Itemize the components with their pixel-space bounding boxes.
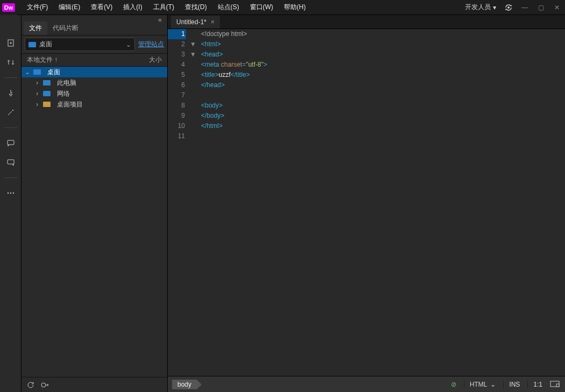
menu-item[interactable]: 查看(V) <box>85 0 118 15</box>
disclosure-icon[interactable]: ⌄ <box>25 68 30 76</box>
svg-point-2 <box>12 110 13 111</box>
tree-row[interactable]: ⌄桌面 <box>22 67 167 77</box>
insert-mode[interactable]: INS <box>503 381 520 388</box>
line-numbers: 1234567891011 <box>168 29 189 376</box>
col-size[interactable]: 大小 <box>149 55 162 65</box>
tree-label: 桌面项目 <box>57 100 83 109</box>
disclosure-icon[interactable]: › <box>34 90 40 97</box>
main-menu: 文件(F)编辑(E)查看(V)插入(I)工具(T)查找(D)站点(S)窗口(W)… <box>22 0 311 15</box>
site-bar: 桌面 ⌄ 管理站点 <box>22 35 167 54</box>
menu-item[interactable]: 查找(D) <box>180 0 212 15</box>
panel-tabs: 文件代码片断 <box>22 23 167 35</box>
site-select[interactable]: 桌面 ⌄ <box>25 38 135 51</box>
status-ok-icon[interactable]: ⊘ <box>451 381 456 388</box>
new-file-icon[interactable] <box>4 37 17 49</box>
sync-icon[interactable] <box>41 381 49 389</box>
workspace-label: 开发人员 <box>465 3 491 12</box>
menu-item[interactable]: 帮助(H) <box>278 0 311 15</box>
fold-column: ▼▼ <box>189 29 197 376</box>
tree-row[interactable]: ›网络 <box>22 88 167 99</box>
svg-point-5 <box>7 193 8 194</box>
code-text[interactable]: <!doctype html><html><head><meta charset… <box>197 29 565 376</box>
status-bar: body ⊘ HTML ⌄ INS 1:1 <box>168 376 565 392</box>
language-select[interactable]: HTML ⌄ <box>464 381 496 388</box>
menu-item[interactable]: 编辑(E) <box>53 0 85 15</box>
close-button[interactable]: ✕ <box>549 0 565 15</box>
left-toolstrip <box>0 15 22 392</box>
collapse-panel-icon[interactable]: « <box>156 15 164 25</box>
language-label: HTML <box>470 381 488 388</box>
refresh-icon[interactable] <box>27 381 34 389</box>
screen-icon[interactable] <box>550 381 560 388</box>
menu-item[interactable]: 文件(F) <box>22 0 53 15</box>
panel-tab[interactable]: 代码片断 <box>47 22 84 35</box>
col-local-files[interactable]: 本地文件 ↑ <box>27 55 58 65</box>
tree-label: 桌面 <box>47 68 60 77</box>
workspace-switcher[interactable]: 开发人员 ▾ <box>461 3 500 12</box>
folder-icon <box>28 42 36 47</box>
folder-blue-icon <box>33 69 41 75</box>
svg-point-0 <box>507 6 510 9</box>
extract-icon[interactable] <box>4 87 17 99</box>
disclosure-icon[interactable]: › <box>34 79 40 87</box>
comment-icon[interactable] <box>4 137 17 149</box>
panel-tab[interactable]: 文件 <box>24 22 47 35</box>
chevron-down-icon: ▾ <box>493 4 496 11</box>
folder-icon <box>43 102 51 107</box>
list-header: 本地文件 ↑ 大小 <box>22 54 167 67</box>
svg-rect-3 <box>8 140 14 145</box>
code-area[interactable]: 1234567891011 ▼▼ <!doctype html><html><h… <box>168 29 565 376</box>
logo-badge: Dw <box>2 3 16 12</box>
editor-tabs: Untitled-1* × <box>168 15 565 29</box>
file-tab[interactable]: Untitled-1* × <box>171 16 220 28</box>
sync-settings-icon[interactable] <box>500 4 517 11</box>
menu-item[interactable]: 窗口(W) <box>245 0 278 15</box>
comment-down-icon[interactable] <box>4 156 17 169</box>
svg-point-7 <box>12 193 13 194</box>
tree-label: 网络 <box>57 89 70 98</box>
net-icon <box>43 91 51 96</box>
pc-icon <box>43 80 51 85</box>
breadcrumb[interactable]: body <box>172 380 197 389</box>
arrange-icon[interactable] <box>4 56 17 69</box>
title-bar: Dw 文件(F)编辑(E)查看(V)插入(I)工具(T)查找(D)站点(S)窗口… <box>0 0 565 15</box>
tree-row[interactable]: ›桌面项目 <box>22 99 167 110</box>
manage-sites-link[interactable]: 管理站点 <box>138 40 164 49</box>
app-logo: Dw <box>0 0 17 15</box>
disclosure-icon[interactable]: › <box>34 101 40 108</box>
svg-point-8 <box>41 383 46 387</box>
more-icon[interactable] <box>4 187 17 199</box>
editor-area: Untitled-1* × 1234567891011 ▼▼ <!doctype… <box>168 15 565 392</box>
panel-footer <box>22 377 167 392</box>
tree-row[interactable]: ›此电脑 <box>22 77 167 88</box>
chevron-down-icon: ⌄ <box>126 41 131 48</box>
svg-rect-10 <box>556 384 559 387</box>
menu-item[interactable]: 工具(T) <box>148 0 180 15</box>
files-panel: « 文件代码片断 桌面 ⌄ 管理站点 本地文件 ↑ 大小 ⌄桌面›此电脑›网络›… <box>22 15 168 392</box>
wand-icon[interactable] <box>4 106 17 119</box>
line-col-indicator[interactable]: 1:1 <box>527 381 542 388</box>
menu-item[interactable]: 插入(I) <box>118 0 147 15</box>
site-select-label: 桌面 <box>39 40 52 49</box>
file-tree: ⌄桌面›此电脑›网络›桌面项目 <box>22 67 167 377</box>
svg-point-6 <box>10 193 11 194</box>
file-tab-label: Untitled-1* <box>176 18 206 26</box>
close-tab-icon[interactable]: × <box>211 18 214 26</box>
svg-rect-4 <box>8 160 14 164</box>
minimize-button[interactable]: — <box>517 0 533 15</box>
menu-item[interactable]: 站点(S) <box>212 0 245 15</box>
tree-label: 此电脑 <box>57 79 76 88</box>
maximize-button[interactable]: ▢ <box>533 0 549 15</box>
chevron-down-icon: ⌄ <box>490 381 496 388</box>
window-controls: — ▢ ✕ <box>517 0 565 15</box>
